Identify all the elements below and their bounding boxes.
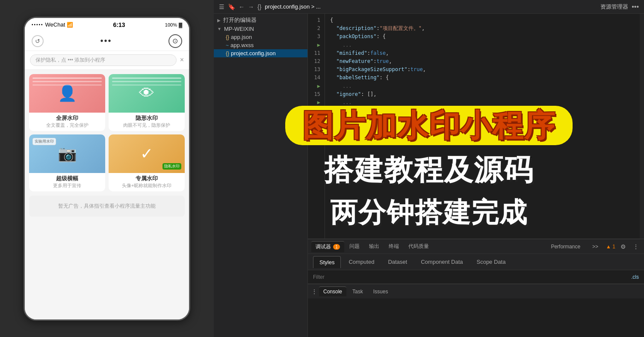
tab-more[interactable]: >> [588, 242, 603, 251]
code-line-fold: ... [330, 41, 629, 49]
right-scrollbar[interactable] [640, 14, 644, 239]
search-bar: 保护隐私，点 ••• 添加到小程序 × [25, 51, 189, 70]
panel-tabs-row: 调试器 1 问题 输出 终端 代码质量 Performance >> ▲ 1 ⚙… [308, 239, 644, 254]
code-content[interactable]: { "description": "项目配置文件。", "packOptions… [325, 14, 634, 239]
search-close-button[interactable]: × [180, 56, 184, 64]
devtools-tab-component-data[interactable]: Component Data [415, 256, 469, 268]
explorer-section: ▶ 打开的编辑器 ▼ MP-WEIXIN {} app.json ~ app.w… [214, 14, 307, 59]
console-tab-issues[interactable]: Issues [369, 287, 393, 296]
search-input[interactable]: 保护隐私，点 ••• 添加到小程序 [30, 54, 177, 66]
custom-image: ✓ 隐私水印 [109, 134, 185, 173]
sidebar-item-app-wxss[interactable]: ~ app.wxss [214, 41, 307, 49]
line-22: 22 [310, 131, 323, 140]
project-config-label: project.config.json [231, 50, 276, 57]
search-placeholder: 保护隐私，点 ••• 添加到小程序 [35, 57, 105, 64]
nav-dots-button[interactable]: ••• [100, 36, 112, 46]
tab-performance[interactable]: Performance [547, 242, 585, 251]
wifi-icon: 📶 [67, 22, 73, 28]
phone-frame: ••••• WeChat 📶 6:13 100% ▓ ↺ ••• ⊙ 保护隐私，… [24, 17, 190, 321]
console-tab-console[interactable]: Console [319, 286, 346, 296]
time-display: 6:13 [113, 21, 125, 28]
code-line-fold2: ... [330, 82, 629, 90]
line-3: 3 [310, 33, 323, 41]
console-menu-icon[interactable]: ⋮ [311, 288, 317, 295]
hamburger-icon[interactable]: ☰ [219, 3, 225, 10]
devtools-tab-dataset[interactable]: Dataset [382, 256, 413, 268]
line-20: 20 [310, 115, 323, 123]
tab-debugger[interactable]: 调试器 1 [311, 241, 344, 252]
editor-body: 1 2 3 ▶ 11 12 13 14 ▶ 15 ▶ 19 20 21 22 [308, 14, 644, 239]
panel-tabs-right: Performance >> ▲ 1 ⚙ ⋮ [547, 242, 641, 251]
ad-text: 暂无广告，具体指引查看小程序流量主功能 [58, 203, 156, 209]
battery-icon: ▓ [179, 22, 182, 27]
invisible-watermark-item[interactable]: 👁 隐形水印 肉眼不可见，隐形保护 [109, 74, 185, 131]
tab-code-quality[interactable]: 代码质量 [404, 241, 433, 252]
panel-tabs-left: 调试器 1 问题 输出 终端 代码质量 [311, 241, 433, 252]
ad-bar: 暂无广告，具体指引查看小程序流量主功能 [29, 196, 185, 217]
code-line-2: "description": "项目配置文件。", [330, 24, 629, 33]
resource-manager-label: 资源管理器 [600, 3, 628, 11]
banner-item[interactable]: 📷 实验用水印 超级横幅 更多用于宣传 [29, 134, 105, 191]
vscode-panel: ☰ 🔖 ← → {} project.config.json > ... 资源管… [214, 0, 644, 337]
line-fold-14: ▶ [310, 82, 323, 90]
editor-main: 1 2 3 ▶ 11 12 13 14 ▶ 15 ▶ 19 20 21 22 [308, 14, 644, 337]
bottom-panel: 调试器 1 问题 输出 终端 代码质量 Performance >> ▲ 1 ⚙… [308, 239, 644, 337]
code-line-14: "babelSetting": { [330, 74, 629, 82]
line-14: 14 [310, 74, 323, 82]
banner-image: 📷 实验用水印 [29, 134, 105, 173]
target-button[interactable]: ⊙ [168, 34, 182, 48]
warning-badge: ▲ 1 [606, 244, 615, 250]
code-line-15: "ignore": [], [330, 90, 629, 98]
fullscreen-watermark-item[interactable]: 👤 全屏水印 全文覆盖，完全保护 [29, 74, 105, 131]
code-line-fold3: ... [330, 98, 629, 107]
refresh-button[interactable]: ↺ [32, 35, 44, 47]
sidebar-item-app-json[interactable]: {} app.json [214, 33, 307, 41]
resource-more-icon[interactable]: ••• [632, 3, 639, 11]
code-line-21: "libVersion": "2.30.0", [330, 123, 629, 131]
code-line-11: "minified": false, [330, 49, 629, 57]
mp-weixin-label: MP-WEIXIN [224, 26, 254, 32]
file-icon: {} [257, 3, 261, 10]
project-config-icon: {} [226, 51, 229, 57]
forward-icon[interactable]: → [248, 3, 254, 10]
battery-area: 100% ▓ [165, 22, 182, 27]
tab-output[interactable]: 输出 [365, 241, 384, 252]
console-tab-task[interactable]: Task [348, 287, 367, 296]
bookmark-icon[interactable]: 🔖 [228, 3, 235, 10]
sidebar-item-project-config[interactable]: {} project.config.json [214, 49, 307, 57]
invisible-sub: 肉眼不可见，隐形保护 [123, 122, 170, 131]
active-file-label: project.config.json > ... [265, 3, 320, 10]
experiment-badge: 实验用水印 [32, 138, 56, 145]
settings-icon[interactable]: ⚙ [619, 242, 628, 251]
app-wxss-icon: ~ [226, 42, 229, 48]
devtools-tab-styles[interactable]: Styles [313, 256, 341, 268]
panel-more-icon[interactable]: ⋮ [631, 242, 641, 251]
line-15: 15 [310, 90, 323, 98]
back-icon[interactable]: ← [239, 3, 245, 10]
devtools-tab-scope-data[interactable]: Scope Data [470, 256, 511, 268]
fullscreen-label: 全屏水印 [56, 113, 78, 122]
banner-sub: 更多用于宣传 [53, 182, 81, 191]
tab-problems[interactable]: 问题 [345, 241, 364, 252]
custom-watermark-item[interactable]: ✓ 隐私水印 专属水印 头像+昵称就能制作水印 [109, 134, 185, 191]
fullscreen-image: 👤 [29, 74, 105, 113]
line-2: 2 [310, 24, 323, 33]
line-1: 1 [310, 16, 323, 24]
expand-icon: ▶ [217, 18, 221, 23]
app-wxss-label: app.wxss [230, 42, 254, 48]
status-bar: ••••• WeChat 📶 6:13 100% ▓ [25, 18, 189, 32]
signal-icon: ••••• [32, 22, 44, 27]
app-json-icon: {} [226, 34, 229, 40]
banner-label: 超级横幅 [56, 173, 78, 182]
devtools-tab-computed[interactable]: Computed [343, 256, 380, 268]
sidebar-item-open-editors[interactable]: ▶ 打开的编辑器 [214, 15, 307, 25]
filter-input[interactable] [313, 274, 377, 280]
line-12: 12 [310, 57, 323, 66]
sidebar-item-mp-weixin[interactable]: ▼ MP-WEIXIN [214, 25, 307, 33]
phone-content: 👤 全屏水印 全文覆盖，完全保护 👁 [25, 70, 189, 319]
sidebar: ▶ 打开的编辑器 ▼ MP-WEIXIN {} app.json ~ app.w… [214, 14, 308, 337]
app-grid: 👤 全屏水印 全文覆盖，完全保护 👁 [29, 74, 185, 191]
code-line-19: }, [330, 107, 629, 115]
line-19: 19 [310, 107, 323, 115]
tab-terminal[interactable]: 终端 [384, 241, 403, 252]
